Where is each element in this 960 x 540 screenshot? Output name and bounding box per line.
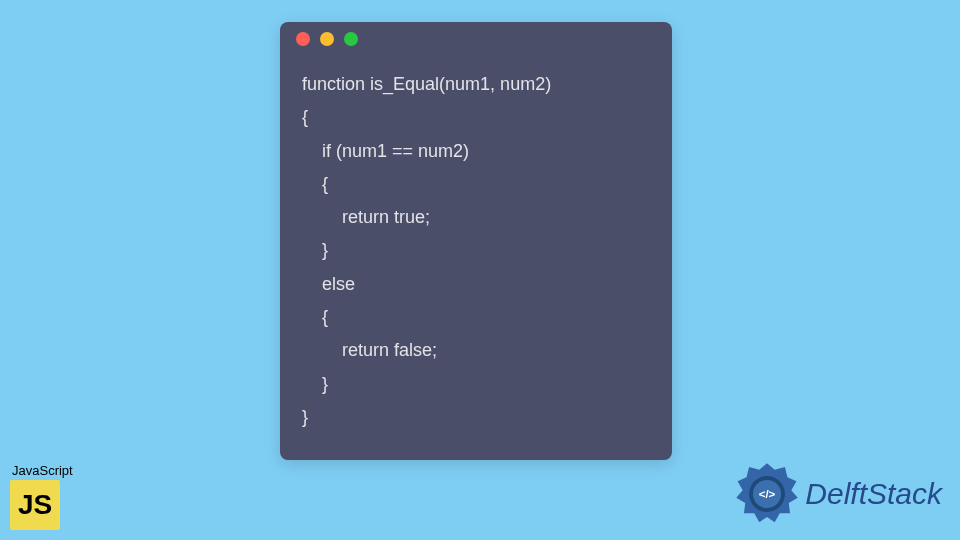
code-line: return false;: [302, 334, 650, 367]
code-body: function is_Equal(num1, num2) { if (num1…: [280, 56, 672, 460]
code-line: }: [302, 401, 650, 434]
svg-text:</>: </>: [759, 488, 776, 500]
code-line: if (num1 == num2): [302, 135, 650, 168]
javascript-label: JavaScript: [10, 463, 73, 478]
code-line: {: [302, 101, 650, 134]
code-window: function is_Equal(num1, num2) { if (num1…: [280, 22, 672, 460]
window-titlebar: [280, 22, 672, 56]
code-line: else: [302, 268, 650, 301]
code-line: }: [302, 368, 650, 401]
minimize-icon: [320, 32, 334, 46]
brand-name: DelftStack: [805, 477, 942, 511]
code-line: return true;: [302, 201, 650, 234]
code-line: }: [302, 234, 650, 267]
javascript-badge: JavaScript JS: [10, 463, 73, 530]
code-line: function is_Equal(num1, num2): [302, 68, 650, 101]
maximize-icon: [344, 32, 358, 46]
delftstack-brand: </> DelftStack: [735, 462, 942, 526]
delftstack-logo-icon: </>: [735, 462, 799, 526]
code-line: {: [302, 301, 650, 334]
javascript-logo-text: JS: [18, 491, 52, 519]
javascript-logo-icon: JS: [10, 480, 60, 530]
close-icon: [296, 32, 310, 46]
code-line: {: [302, 168, 650, 201]
